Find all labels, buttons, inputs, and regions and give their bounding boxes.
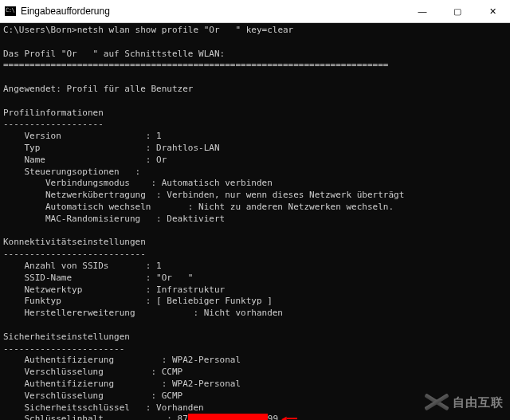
command-prompt-window: Eingabeaufforderung — ▢ ✕ C:\Users\Born>…: [0, 0, 510, 420]
section-profilinfo-title: Profilinformationen: [3, 108, 104, 118]
watermark: 自由互联: [424, 391, 504, 414]
row-options: Steuerungsoptionen :: [3, 167, 140, 177]
row-ssid-count: Anzahl von SSIDs : 1: [3, 261, 162, 271]
arrow-icon: ◀━━: [281, 414, 297, 420]
close-button[interactable]: ✕: [475, 0, 510, 22]
row-nettrans: Netzwerkübertragung : Verbinden, nur wen…: [3, 190, 404, 200]
cmd-icon: [5, 6, 16, 16]
row-radiotype: Funktyp : [ Beliebiger Funktyp ]: [3, 296, 273, 306]
applied-line: Angewendet: Profil für alle Benutzer: [3, 84, 193, 94]
window-title: Eingabeaufforderung: [21, 6, 405, 17]
row-autoswitch: Automatisch wechseln : Nicht zu anderen …: [3, 202, 394, 212]
row-macrand: MAC-Randomisierung : Deaktiviert: [3, 214, 225, 224]
section-security-title: Sicherheitseinstellungen: [3, 332, 130, 342]
terminal-output[interactable]: C:\Users\Born>netsh wlan show profile "O…: [0, 23, 510, 420]
row-connmode: Verbindungsmodus : Automatisch verbinden: [3, 178, 273, 188]
row-enc1: Verschlüsselung : CCMP: [3, 367, 182, 377]
section-connectivity-title: Konnektivitätseinstellungen: [3, 237, 146, 247]
row-name: Name : Or: [3, 155, 167, 165]
command-text: netsh wlan show profile "Or " key=clear: [77, 25, 294, 35]
row-type: Typ : Drahtlos-LAN: [3, 143, 220, 153]
watermark-text: 自由互联: [453, 395, 504, 410]
separator: ========================================…: [3, 60, 388, 70]
row-keycontent-left: Schlüsselinhalt : 87: [3, 414, 188, 420]
row-version: Version : 1: [3, 131, 162, 141]
rule: ---------------------------: [3, 249, 146, 259]
row-ssid-name: SSID-Name : "Or ": [3, 273, 193, 283]
maximize-button[interactable]: ▢: [440, 0, 475, 22]
row-enc2: Verschlüsselung : GCMP: [3, 391, 182, 401]
row-auth1: Authentifizierung : WPA2-Personal: [3, 355, 241, 365]
row-keycontent-right: 99: [268, 414, 278, 420]
minimize-button[interactable]: —: [405, 0, 440, 22]
rule: -------------------: [3, 119, 104, 129]
prompt-path: C:\Users\Born>: [3, 25, 77, 35]
row-auth2: Authentifizierung : WPA2-Personal: [3, 379, 241, 389]
row-vendorext: Herstellererweiterung : Nicht vorhanden: [3, 308, 283, 318]
profile-header: Das Profil "Or " auf Schnittstelle WLAN:: [3, 49, 225, 59]
window-titlebar[interactable]: Eingabeaufforderung — ▢ ✕: [0, 0, 510, 23]
row-seckey: Sicherheitsschlüssel : Vorhanden: [3, 402, 204, 413]
rule: -----------------------: [3, 343, 124, 354]
redaction-box: [188, 414, 268, 420]
row-nettype: Netzwerktyp : Infrastruktur: [3, 285, 225, 295]
watermark-x-icon: [424, 391, 449, 414]
